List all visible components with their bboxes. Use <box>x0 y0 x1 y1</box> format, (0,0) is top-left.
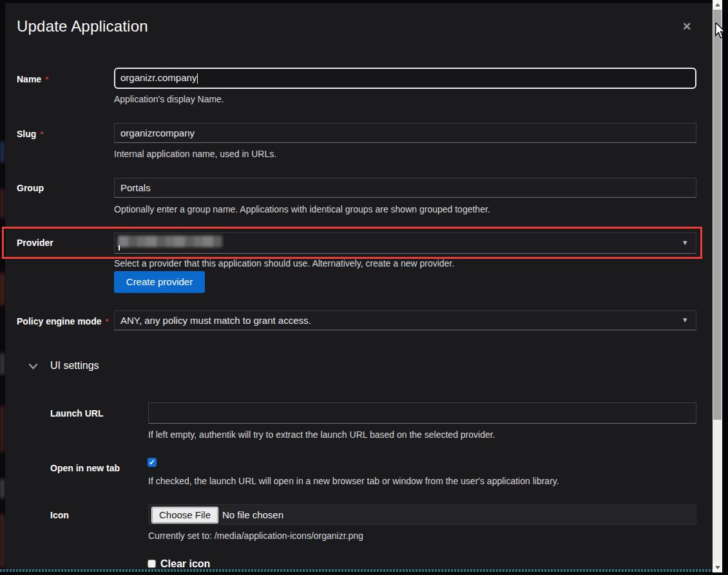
icon-help-text: Currently set to: /media/application-ico… <box>148 531 363 541</box>
required-asterisk: * <box>40 129 43 139</box>
open-in-new-tab-help-text: If checked, the launch URL will open in … <box>148 476 559 486</box>
mouse-cursor <box>714 23 726 42</box>
page-title: Update Application <box>17 17 148 35</box>
scrollbar-up-icon <box>715 3 720 6</box>
group-input-value: Portals <box>120 182 151 193</box>
slug-help-text: Internal application name, used in URLs. <box>114 149 276 159</box>
provider-field-label: Provider <box>17 238 53 248</box>
background-artifact <box>0 514 5 568</box>
page-bottom-gap <box>0 572 728 575</box>
name-input-value: organizr.company <box>120 72 196 83</box>
screen: Update Application ✕ Name* organizr.comp… <box>0 0 728 575</box>
slug-input-value: organizrcompany <box>120 127 195 138</box>
slug-input[interactable]: organizrcompany <box>114 123 696 143</box>
group-input[interactable]: Portals <box>114 178 696 198</box>
background-artifact <box>0 189 5 218</box>
background-artifact <box>0 479 5 498</box>
text-cursor <box>119 245 120 250</box>
name-help-text: Application's display Name. <box>114 94 224 104</box>
window-right-edge <box>722 0 728 575</box>
open-in-new-tab-checkbox[interactable]: ✓ <box>148 458 157 467</box>
clear-icon-label: Clear icon <box>160 558 210 570</box>
slug-field-label: Slug* <box>17 128 43 140</box>
name-field-label: Name* <box>17 73 48 85</box>
policy-engine-mode-select[interactable]: ANY, any policy must match to grant acce… <box>114 310 696 330</box>
text-cursor <box>197 73 198 84</box>
file-chosen-status: No file chosen <box>222 509 283 520</box>
policy-engine-mode-value: ANY, any policy must match to grant acce… <box>120 315 311 326</box>
name-input[interactable]: organizr.company <box>114 68 696 89</box>
launch-url-input[interactable] <box>148 402 696 424</box>
chevron-down-icon[interactable] <box>28 361 38 373</box>
chevron-down-icon[interactable]: ▾ <box>683 315 687 325</box>
scrollbar-thumb[interactable] <box>713 10 722 420</box>
icon-field-label: Icon <box>50 510 69 520</box>
scrollbar-down-icon <box>715 566 720 569</box>
ui-settings-header[interactable]: UI settings <box>50 360 99 372</box>
policy-engine-mode-label: Policy engine mode* <box>17 316 109 327</box>
background-artifact <box>0 406 5 452</box>
create-provider-button[interactable]: Create provider <box>114 271 205 293</box>
close-icon[interactable]: ✕ <box>682 21 691 32</box>
scrollbar-down-button[interactable] <box>713 563 722 572</box>
open-in-new-tab-label: Open in new tab <box>50 463 120 473</box>
scrollbar-up-button[interactable] <box>713 0 722 10</box>
background-artifact <box>0 273 5 305</box>
background-artifact <box>0 142 5 162</box>
required-asterisk: * <box>105 317 108 326</box>
group-help-text: Optionally enter a group name. Applicati… <box>114 204 490 214</box>
group-field-label: Group <box>17 183 44 193</box>
clear-icon-checkbox[interactable] <box>148 560 156 568</box>
provider-value-redacted <box>118 236 222 247</box>
chevron-down-icon[interactable]: ▾ <box>683 238 687 247</box>
launch-url-label: Launch URL <box>50 408 103 419</box>
choose-file-button[interactable]: Choose File <box>152 507 218 523</box>
launch-url-help-text: If left empty, authentik will try to ext… <box>148 429 495 440</box>
provider-help-text: Select a provider that this application … <box>114 258 454 269</box>
background-artifact <box>0 353 5 375</box>
required-asterisk: * <box>45 75 48 84</box>
